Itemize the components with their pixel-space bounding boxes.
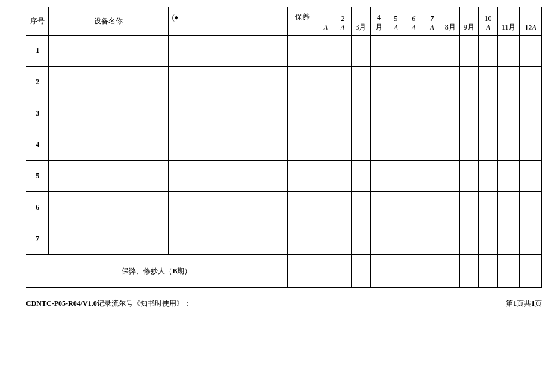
cell-m2	[334, 98, 351, 129]
cell-m9	[459, 129, 478, 161]
row-number: 7	[26, 223, 49, 255]
cell-m10	[478, 129, 497, 161]
cell-m6	[405, 36, 423, 67]
cell-m11	[498, 98, 520, 129]
cell-m1	[317, 98, 334, 129]
cell-m10	[478, 67, 497, 98]
cell-m12	[520, 129, 542, 161]
cell-m4	[371, 67, 387, 98]
cell-m12	[520, 223, 542, 255]
footer-label: 保弊、修妙人（B期）	[122, 267, 191, 275]
cell-m7	[423, 67, 441, 98]
cell-m10	[478, 98, 497, 129]
cell-symbol	[168, 161, 287, 192]
cell-m11	[498, 192, 520, 223]
cell-m4	[371, 223, 387, 255]
row-number: 6	[26, 192, 49, 223]
cell-m11	[498, 129, 520, 161]
header-month-3: 3月	[351, 7, 370, 36]
cell-m7	[423, 223, 441, 255]
cell-maint	[287, 67, 317, 98]
cell-m8	[441, 161, 459, 192]
header-month-11: 11月	[498, 7, 520, 36]
table-row: 7	[26, 223, 542, 255]
footer-cell	[405, 255, 423, 288]
header-month-7: 7A	[423, 7, 441, 36]
cell-m2	[334, 129, 351, 161]
cell-m6	[405, 98, 423, 129]
cell-m7	[423, 161, 441, 192]
cell-m12	[520, 36, 542, 67]
cell-m1	[317, 223, 334, 255]
cell-m10	[478, 161, 497, 192]
cell-m12	[520, 161, 542, 192]
table-row: 1	[26, 36, 542, 67]
cell-m8	[441, 192, 459, 223]
cell-m11	[498, 223, 520, 255]
footer-cell	[423, 255, 441, 288]
row-number: 4	[26, 129, 49, 161]
cell-m5	[387, 36, 405, 67]
table-header-row: 序号 设备名你 (♦ 保养 A 2A 3月 4月 5A 6A 7A 8月 9月 …	[26, 7, 542, 36]
cell-m12	[520, 98, 542, 129]
cell-maint	[287, 161, 317, 192]
cell-m5	[387, 129, 405, 161]
footer-cell	[334, 255, 351, 288]
cell-maint	[287, 129, 317, 161]
cell-m11	[498, 36, 520, 67]
cell-symbol	[168, 223, 287, 255]
cell-m1	[317, 161, 334, 192]
cell-maint	[287, 192, 317, 223]
cell-m2	[334, 161, 351, 192]
cell-m1	[317, 192, 334, 223]
cell-name	[49, 36, 168, 67]
bottom-text-row: CDNTC-P05-R04/V1.0记录流尔号《知书时使用》： 第1页共1页	[26, 299, 542, 309]
cell-m5	[387, 161, 405, 192]
cell-m7	[423, 129, 441, 161]
footer-cell	[287, 255, 317, 288]
cell-symbol	[168, 36, 287, 67]
cell-symbol	[168, 98, 287, 129]
footer-cell	[351, 255, 370, 288]
cell-m6	[405, 192, 423, 223]
footer-cell	[459, 255, 478, 288]
row-number: 5	[26, 161, 49, 192]
header-month-1: A	[317, 7, 334, 36]
equipment-maintenance-table: 序号 设备名你 (♦ 保养 A 2A 3月 4月 5A 6A 7A 8月 9月 …	[26, 7, 542, 288]
footer-cell	[441, 255, 459, 288]
cell-m4	[371, 129, 387, 161]
cell-m3	[351, 98, 370, 129]
cell-m4	[371, 98, 387, 129]
cell-symbol	[168, 192, 287, 223]
cell-m9	[459, 192, 478, 223]
cell-name	[49, 223, 168, 255]
cell-m4	[371, 161, 387, 192]
cell-maint	[287, 98, 317, 129]
cell-m6	[405, 223, 423, 255]
header-name: 设备名你	[49, 7, 168, 36]
cell-symbol	[168, 67, 287, 98]
cell-m9	[459, 161, 478, 192]
cell-m4	[371, 192, 387, 223]
cell-m3	[351, 161, 370, 192]
cell-m11	[498, 67, 520, 98]
table-footer-row: 保弊、修妙人（B期）	[26, 255, 542, 288]
cell-name	[49, 129, 168, 161]
table-row: 2	[26, 67, 542, 98]
footer-label-cell: 保弊、修妙人（B期）	[26, 255, 288, 288]
header-month-10: 10A	[478, 7, 497, 36]
footer-cell	[371, 255, 387, 288]
cell-m6	[405, 129, 423, 161]
cell-name	[49, 98, 168, 129]
row-number: 2	[26, 67, 49, 98]
cell-m5	[387, 192, 405, 223]
cell-m1	[317, 67, 334, 98]
header-month-2: 2A	[334, 7, 351, 36]
footer-cell	[520, 255, 542, 288]
cell-symbol	[168, 129, 287, 161]
footer-cell	[317, 255, 334, 288]
table-body: 1 2	[26, 36, 542, 288]
cell-name	[49, 67, 168, 98]
table-container: 序号 设备名你 (♦ 保养 A 2A 3月 4月 5A 6A 7A 8月 9月 …	[26, 7, 542, 288]
cell-m7	[423, 192, 441, 223]
